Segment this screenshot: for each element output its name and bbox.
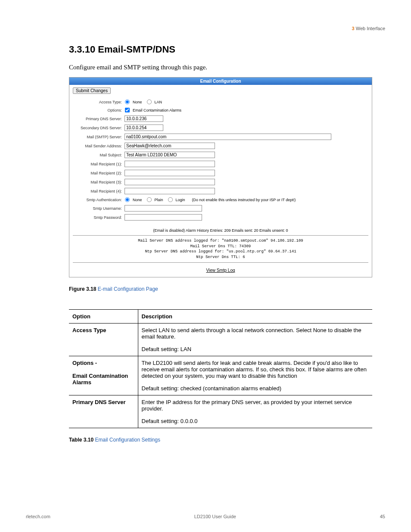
primary-dns-label: Primary DNS Server: xyxy=(73,117,125,121)
intro-text: Configure email and SMTP setting through… xyxy=(69,64,372,71)
mail-server-input[interactable] xyxy=(125,134,331,140)
recipient4-input[interactable] xyxy=(125,188,215,194)
smtp-auth-login-label: Login xyxy=(176,198,185,202)
figure-caption: Figure 3.18 E-mail Configuration Page xyxy=(69,286,372,292)
smtp-user-input[interactable] xyxy=(125,205,202,212)
recipient4-label: Mail Recipient (4): xyxy=(73,189,125,193)
recipient3-input[interactable] xyxy=(125,179,215,185)
page-header: 3 Web Interface xyxy=(26,26,385,44)
table-caption: Table 3.10 Email Configuration Settings xyxy=(69,437,372,443)
table-row: Access Type Select LAN to send alerts th… xyxy=(69,324,372,356)
desc-text: Select LAN to send alerts through a loca… xyxy=(142,327,369,340)
recipient2-input[interactable] xyxy=(125,170,215,176)
option-cell: Access Type xyxy=(69,324,138,356)
sender-input[interactable] xyxy=(125,143,215,149)
dns-log-line4: Ntp Server Dns TTL: 6 xyxy=(73,255,368,260)
mail-server-label: Mail (SMTP) Server: xyxy=(73,135,125,139)
email-config-panel: Email Configuration Submit Changes Acces… xyxy=(69,77,372,277)
smtp-auth-plain-radio[interactable] xyxy=(146,197,151,202)
dns-log-line2: Mail Server Dns TTL: 74309 xyxy=(73,244,368,249)
smtp-user-label: Smtp Username: xyxy=(73,206,125,211)
secondary-dns-input[interactable] xyxy=(125,124,163,131)
smtp-pass-input[interactable] xyxy=(125,214,202,221)
page-footer: rletech.com LD2100 User Guide 45 xyxy=(26,514,385,519)
chapter-number: 3 xyxy=(352,26,355,31)
default-text: Default setting: checked (contamination … xyxy=(142,385,369,392)
subject-input[interactable] xyxy=(125,152,215,158)
access-type-lan-label: LAN xyxy=(155,100,162,104)
panel-title: Email Configuration xyxy=(69,78,372,85)
table-label: Table 3.10 xyxy=(69,437,93,443)
desc-cell: Enter the IP address for the primary DNS… xyxy=(138,395,372,428)
section-number: 3.3.10 xyxy=(69,44,95,55)
smtp-auth-plain-label: Plain xyxy=(155,198,163,202)
subject-label: Mail Subject: xyxy=(73,153,125,157)
desc-cell: The LD2100 will send alerts for leak and… xyxy=(138,356,372,395)
desc-cell: Select LAN to send alerts through a loca… xyxy=(138,324,372,356)
table-header-option: Option xyxy=(69,310,138,324)
option-cell: Primary DNS Server xyxy=(69,395,138,428)
smtp-auth-login-radio[interactable] xyxy=(168,197,173,202)
footer-center: LD2100 User Guide xyxy=(194,514,236,519)
footer-right: 45 xyxy=(380,514,385,519)
settings-table: Option Description Access Type Select LA… xyxy=(69,309,372,428)
smtp-pass-label: Smtp Password: xyxy=(73,215,125,220)
chapter-title: Web Interface xyxy=(356,26,385,31)
smtp-auth-hint: (Do not enable this unless instructed by… xyxy=(192,198,296,202)
table-header-desc: Description xyxy=(138,310,372,324)
smtp-auth-none-label: None xyxy=(133,198,142,202)
access-type-lan-radio[interactable] xyxy=(146,100,151,104)
sender-label: Mail Sender Address: xyxy=(73,144,125,148)
section-title: Email-SMTP/DNS xyxy=(98,44,175,55)
access-type-none-label: None xyxy=(133,100,142,104)
options-label: Options: xyxy=(73,108,125,112)
table-row: Options - Email Contamination Alarms The… xyxy=(69,356,372,395)
figure-label: Figure 3.18 xyxy=(69,286,96,292)
access-type-label: Access Type: xyxy=(73,100,125,104)
status-line: (Email is disabled) Alarm History Entrie… xyxy=(73,228,368,236)
desc-text: Enter the IP address for the primary DNS… xyxy=(142,399,369,412)
default-text: Default setting: 0.0.0.0 xyxy=(142,418,369,424)
smtp-auth-label: Smtp Authentication: xyxy=(73,198,125,202)
dns-log-block: Mail Server DNS address logged for: "na0… xyxy=(73,238,368,263)
recipient1-input[interactable] xyxy=(125,161,215,167)
secondary-dns-label: Secondary DNS Server: xyxy=(73,126,125,130)
option-cell: Options - Email Contamination Alarms xyxy=(69,356,138,395)
footer-left: rletech.com xyxy=(26,514,50,519)
smtp-auth-none-radio[interactable] xyxy=(125,197,130,202)
default-text: Default setting: LAN xyxy=(142,346,369,352)
desc-text: The LD2100 will send alerts for leak and… xyxy=(142,360,369,379)
email-contamination-checkbox[interactable] xyxy=(125,108,130,112)
section-heading: 3.3.10 Email-SMTP/DNS xyxy=(69,44,372,55)
recipient2-label: Mail Recipient (2): xyxy=(73,171,125,175)
view-smtp-log-link[interactable]: View Smtp Log xyxy=(206,268,235,273)
dns-log-line3: Ntp Server DNS address logged for: "us.p… xyxy=(73,249,368,255)
recipient3-label: Mail Recipient (3): xyxy=(73,180,125,184)
table-row: Primary DNS Server Enter the IP address … xyxy=(69,395,372,428)
email-contamination-label: Email Contamination Alarms xyxy=(133,108,181,112)
recipient1-label: Mail Recipient (1): xyxy=(73,162,125,166)
dns-log-line1: Mail Server DNS address logged for: "na0… xyxy=(73,238,368,244)
primary-dns-input[interactable] xyxy=(125,115,163,122)
access-type-none-radio[interactable] xyxy=(125,100,130,104)
figure-title: E-mail Configuration Page xyxy=(98,286,158,292)
table-title: Email Configuration Settings xyxy=(95,437,160,443)
submit-changes-button[interactable]: Submit Changes xyxy=(73,87,111,94)
